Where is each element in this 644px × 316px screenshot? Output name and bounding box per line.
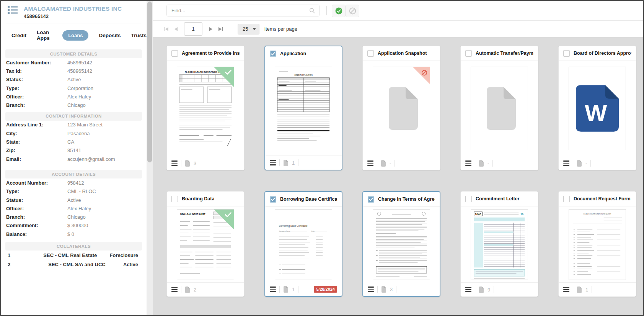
find-box[interactable] xyxy=(166,5,320,16)
tab-loan-apps[interactable]: Loan Apps xyxy=(37,29,52,41)
card-checkbox[interactable] xyxy=(171,50,178,57)
card-commitment-letter[interactable]: Commitment Letter 1040 19 xyxy=(460,191,538,297)
document-thumbnail[interactable] xyxy=(363,61,440,156)
card-menu-icon[interactable] xyxy=(171,160,178,166)
search-icon[interactable] xyxy=(309,8,315,14)
card-application-snapshot[interactable]: Application Snapshot xyxy=(362,46,440,170)
document-thumbnail[interactable]: CREDIT APPLICATION xyxy=(265,61,342,156)
page-size-select[interactable]: 25 xyxy=(238,24,259,34)
card-checkbox-checked[interactable] xyxy=(270,51,276,57)
approved-corner-badge xyxy=(214,67,234,87)
card-checkbox[interactable] xyxy=(367,50,374,57)
card-checkbox[interactable] xyxy=(563,196,570,202)
document-thumbnail[interactable]: LOAN DOCUMENTATION REQUEST xyxy=(559,206,636,282)
word-document-thumbnail: W xyxy=(569,67,626,150)
card-menu-icon[interactable] xyxy=(563,160,569,166)
documents-panel: 1 25 items per page Agreemen xyxy=(153,1,643,315)
svg-text:1040: 1040 xyxy=(475,212,481,216)
card-boarding-data[interactable]: Boarding Data NEW LOAN INPUT SHEET xyxy=(166,191,245,297)
card-checkbox[interactable] xyxy=(465,50,472,57)
card-checkbox[interactable] xyxy=(563,50,570,57)
document-thumbnail[interactable]: NEW LOAN INPUT SHEET xyxy=(167,206,244,282)
card-title: Borrowing Base Certificate xyxy=(280,196,337,202)
card-menu-icon[interactable] xyxy=(171,287,178,292)
loan-input-sheet-thumbnail: NEW LOAN INPUT SHEET xyxy=(177,209,234,280)
previous-page-button[interactable] xyxy=(171,23,181,36)
card-application[interactable]: Application CREDIT APPLICATION xyxy=(264,46,342,170)
card-menu-icon[interactable] xyxy=(270,287,276,292)
document-thumbnail[interactable]: Borrowing Base Certificate Company Name … xyxy=(265,207,342,282)
last-page-button[interactable] xyxy=(215,23,225,36)
document-thumbnail[interactable]: FLOOD HAZARD INSURANCE NOTICE xyxy=(167,61,244,156)
file-count-icon xyxy=(283,160,289,166)
file-count: 1 xyxy=(585,287,588,293)
due-date-badge: 5/28/2024 xyxy=(314,286,337,293)
current-page-input[interactable]: 1 xyxy=(184,22,202,36)
find-input[interactable] xyxy=(171,7,309,14)
sidebar-scrollbar[interactable] xyxy=(147,1,153,315)
document-thumbnail[interactable]: 1040 19 xyxy=(461,206,538,282)
card-checkbox[interactable] xyxy=(465,196,472,202)
card-menu-icon[interactable] xyxy=(465,287,471,292)
tab-trusts[interactable]: Trusts xyxy=(131,33,147,38)
card-menu-icon[interactable] xyxy=(367,160,373,166)
reject-button[interactable] xyxy=(346,5,359,17)
list-icon[interactable] xyxy=(8,5,18,15)
prohibition-icon xyxy=(349,7,356,15)
card-checkbox[interactable] xyxy=(171,196,178,202)
account-tabs: Credit Loan Apps Loans Deposits Trusts xyxy=(1,23,147,41)
field-account-type: Type:CML - RLOC xyxy=(1,187,147,196)
card-menu-icon[interactable] xyxy=(563,287,569,292)
card-checkbox-checked[interactable] xyxy=(368,196,374,203)
next-page-button[interactable] xyxy=(205,23,215,36)
collateral-row[interactable]: 1 SEC - CML Real Estate Foreclosure xyxy=(1,251,147,260)
card-agreement-to-provide-insurance[interactable]: Agreement to Provide Insura... FLOOD HAZ… xyxy=(166,46,245,170)
section-collaterals: COLLATERALS xyxy=(5,242,142,251)
generic-file-icon xyxy=(483,87,516,130)
file-count-icon xyxy=(479,160,484,167)
field-account-number: Account Number:958412 xyxy=(1,178,147,187)
card-menu-icon[interactable] xyxy=(368,287,374,292)
card-borrowing-base-certificate[interactable]: Borrowing Base Certificate Borrowing Bas… xyxy=(264,191,342,297)
field-commitment: Commitment:$ 300000 xyxy=(1,221,147,230)
card-title: Automatic Transfer/Payment... xyxy=(476,51,533,56)
approved-corner-badge xyxy=(214,210,234,229)
collateral-row[interactable]: 2 SEC - CML S/A and UCC Active xyxy=(1,260,147,269)
card-board-of-directors-approval[interactable]: Board of Directors Approval W xyxy=(558,46,636,170)
card-checkbox-checked[interactable] xyxy=(270,196,276,203)
file-count-icon xyxy=(283,286,289,293)
svg-text:Company Name: Company Name xyxy=(279,230,290,232)
card-title: Application xyxy=(280,51,306,56)
card-menu-icon[interactable] xyxy=(465,160,471,166)
first-page-button[interactable] xyxy=(161,23,171,36)
file-count-icon xyxy=(381,286,386,293)
section-account-details: ACCOUNT DETAILS xyxy=(5,170,142,178)
field-address-line-1: Address Line 1:123 Main Street xyxy=(1,121,147,129)
card-menu-icon[interactable] xyxy=(270,160,276,165)
file-count-icon xyxy=(185,160,190,167)
file-count: 3 xyxy=(390,287,393,292)
card-change-in-terms-of-agreement[interactable]: Change in Terms of Agreeme... xyxy=(362,191,440,297)
document-thumbnail[interactable] xyxy=(461,61,538,156)
tab-credit[interactable]: Credit xyxy=(11,33,26,38)
field-customer-number: Customer Number:458965142 xyxy=(1,58,147,67)
items-per-page-label: items per page xyxy=(264,26,297,32)
card-title: Commitment Letter xyxy=(476,196,520,201)
first-page-icon xyxy=(164,27,169,31)
card-title: Boarding Data xyxy=(182,196,214,201)
file-count: 3 xyxy=(194,160,196,166)
tab-deposits[interactable]: Deposits xyxy=(99,33,121,38)
field-status: Status:Active xyxy=(1,75,147,84)
approve-button[interactable] xyxy=(332,5,346,17)
card-title: Agreement to Provide Insura... xyxy=(182,51,240,56)
card-document-request-form[interactable]: Document Request Form LOAN DOCUMENTATION… xyxy=(558,191,636,297)
scrollbar-thumb[interactable] xyxy=(147,2,152,162)
credit-application-form-thumbnail: CREDIT APPLICATION xyxy=(275,67,332,150)
tab-loans-active[interactable]: Loans xyxy=(62,30,88,41)
company-name[interactable]: AMALGAMATED INDUSTRIES INC xyxy=(24,5,122,12)
document-thumbnail[interactable]: W xyxy=(559,61,636,156)
card-title: Change in Terms of Agreeme... xyxy=(378,196,435,202)
card-automatic-transfer-payment[interactable]: Automatic Transfer/Payment... xyxy=(460,46,538,170)
check-icon xyxy=(225,212,232,217)
document-thumbnail[interactable] xyxy=(363,207,440,282)
